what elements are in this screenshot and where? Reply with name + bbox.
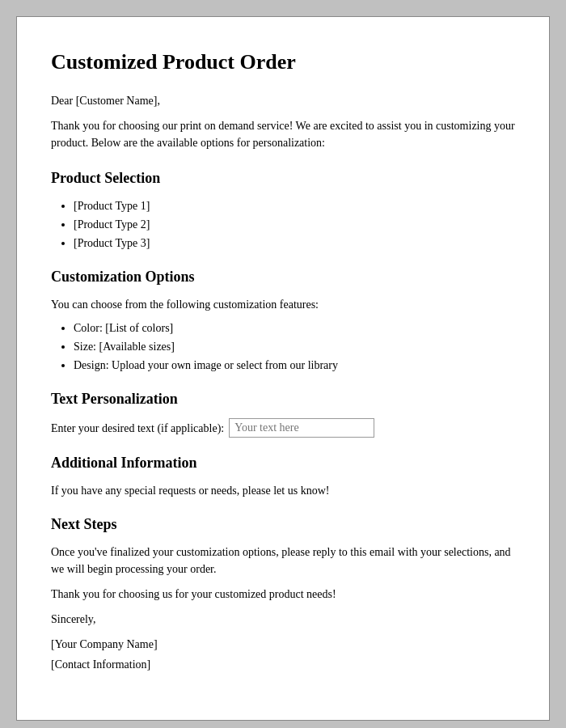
- sincerely: Sincerely,: [51, 611, 515, 628]
- list-item: Size: [Available sizes]: [74, 338, 515, 355]
- list-item: [Product Type 3]: [74, 235, 515, 252]
- page-container: Customized Product Order Dear [Customer …: [16, 16, 550, 721]
- page-title: Customized Product Order: [51, 46, 515, 78]
- additional-information-heading: Additional Information: [51, 452, 515, 474]
- list-item: [Product Type 2]: [74, 216, 515, 233]
- customization-options-section: Customization Options You can choose fro…: [51, 266, 515, 374]
- customization-intro: You can choose from the following custom…: [51, 296, 515, 313]
- closing-text: Thank you for choosing us for your custo…: [51, 586, 515, 603]
- list-item: Color: [List of colors]: [74, 320, 515, 336]
- contact-info: [Contact Information]: [51, 656, 515, 673]
- text-personalization-label: Enter your desired text (if applicable):: [51, 420, 224, 437]
- text-personalization-heading: Text Personalization: [51, 388, 515, 410]
- product-selection-heading: Product Selection: [51, 167, 515, 189]
- additional-info-text: If you have any special requests or need…: [51, 482, 515, 499]
- intro-text: Thank you for choosing our print on dema…: [51, 117, 515, 151]
- text-personalization-row: Enter your desired text (if applicable):: [51, 418, 515, 438]
- list-item: [Product Type 1]: [74, 197, 515, 214]
- next-steps-text: Once you've finalized your customization…: [51, 544, 515, 578]
- next-steps-heading: Next Steps: [51, 514, 515, 535]
- additional-information-section: Additional Information If you have any s…: [51, 452, 515, 499]
- salutation: Dear [Customer Name],: [51, 92, 515, 109]
- customization-list: Color: [List of colors] Size: [Available…: [74, 320, 515, 374]
- product-list: [Product Type 1] [Product Type 2] [Produ…: [74, 197, 515, 252]
- customization-heading: Customization Options: [51, 266, 515, 288]
- company-name: [Your Company Name]: [51, 636, 515, 653]
- text-personalization-section: Text Personalization Enter your desired …: [51, 388, 515, 438]
- text-personalization-input[interactable]: [229, 418, 374, 438]
- product-selection-section: Product Selection [Product Type 1] [Prod…: [51, 167, 515, 252]
- next-steps-section: Next Steps Once you've finalized your cu…: [51, 514, 515, 673]
- list-item: Design: Upload your own image or select …: [74, 357, 515, 374]
